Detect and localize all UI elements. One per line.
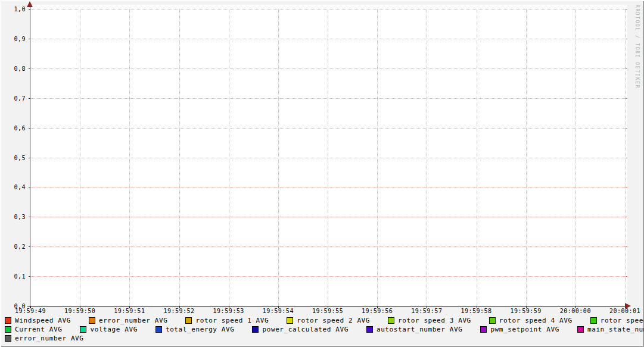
legend-label: voltage AVG — [90, 325, 137, 334]
legend-label: autostart_number AVG — [377, 325, 462, 334]
legend-label: rotor speed 3 AVG — [398, 316, 471, 325]
x-tick-label: 19:59:50 — [64, 308, 95, 314]
legend-label: rotor speed 4 AVG — [499, 316, 573, 325]
legend-label: pwm_setpoint AVG — [490, 325, 559, 334]
x-axis-labels: 19:59:4919:59:5019:59:5119:59:5219:59:53… — [0, 0, 644, 315]
legend-row: Current AVGvoltage AVGtotal_energy AVGpo… — [5, 325, 640, 334]
legend-swatch — [5, 335, 11, 342]
legend-swatch — [287, 317, 293, 324]
legend-item: rotor speed 4 AVG — [489, 316, 573, 325]
legend-item: total_energy AVG — [155, 325, 235, 334]
x-tick-label: 19:59:49 — [15, 308, 46, 314]
legend-swatch — [185, 317, 192, 324]
x-tick-label: 19:59:59 — [511, 308, 542, 314]
x-tick-label: 19:59:53 — [213, 308, 244, 314]
legend-item: Windspeed AVG — [5, 316, 71, 325]
legend-item: autostart_number AVG — [366, 325, 462, 334]
x-tick-label: 19:59:55 — [312, 308, 343, 314]
legend-item: Current AVG — [5, 325, 62, 334]
legend-swatch — [366, 326, 373, 333]
watermark: RRDTOOL / TOBI OETIKER — [634, 5, 640, 89]
legend-item: main_state_number AVG — [577, 325, 644, 334]
legend-swatch — [80, 326, 86, 333]
legend-label: rotor speed 2 AVG — [297, 316, 370, 325]
legend-swatch — [577, 326, 584, 333]
legend-item: voltage AVG — [80, 325, 137, 334]
legend-swatch — [489, 317, 496, 324]
legend-label: rotor speed 5 AVG — [601, 316, 644, 325]
legend-item: rotor speed 2 AVG — [287, 316, 370, 325]
legend-label: Windspeed AVG — [15, 316, 71, 325]
legend-label: rotor speed 1 AVG — [195, 316, 269, 325]
legend-label: main_state_number AVG — [587, 325, 644, 334]
legend-row: Windspeed AVGerror_number AVGrotor speed… — [5, 316, 640, 325]
x-tick-label: 19:59:52 — [163, 308, 194, 314]
legend-swatch — [388, 317, 394, 324]
legend-label: power_calculated AVG — [262, 325, 348, 334]
legend-item: rotor speed 5 AVG — [590, 316, 644, 325]
legend-label: total_energy AVG — [166, 325, 235, 334]
x-tick-label: 19:59:56 — [362, 308, 393, 314]
x-tick-label: 19:59:54 — [263, 308, 294, 314]
legend-row: error_number AVG — [5, 334, 640, 343]
legend-label: error_number AVG — [15, 334, 84, 343]
legend-item: error_number AVG — [5, 334, 84, 343]
legend-swatch — [252, 326, 259, 333]
x-tick-label: 20:00:00 — [560, 308, 591, 314]
legend: Windspeed AVGerror_number AVGrotor speed… — [5, 316, 640, 343]
legend-swatch — [590, 317, 597, 324]
legend-swatch — [5, 317, 11, 324]
legend-item: rotor speed 1 AVG — [185, 316, 269, 325]
legend-swatch — [89, 317, 95, 324]
x-tick-label: 20:00:01 — [609, 308, 640, 314]
legend-item: rotor speed 3 AVG — [388, 316, 471, 325]
legend-item: power_calculated AVG — [252, 325, 348, 334]
legend-item: pwm_setpoint AVG — [480, 325, 559, 334]
legend-swatch — [5, 326, 11, 333]
x-tick-label: 19:59:58 — [461, 308, 491, 314]
legend-swatch — [480, 326, 487, 333]
rrdtool-graph: 1,00,90,80,70,60,50,40,30,20,10,0 19:59:… — [0, 0, 644, 347]
x-tick-label: 19:59:51 — [114, 308, 145, 314]
legend-label: error_number AVG — [99, 316, 168, 325]
x-tick-label: 19:59:57 — [411, 308, 442, 314]
legend-label: Current AVG — [15, 325, 62, 334]
legend-item: error_number AVG — [89, 316, 168, 325]
legend-swatch — [155, 326, 162, 333]
